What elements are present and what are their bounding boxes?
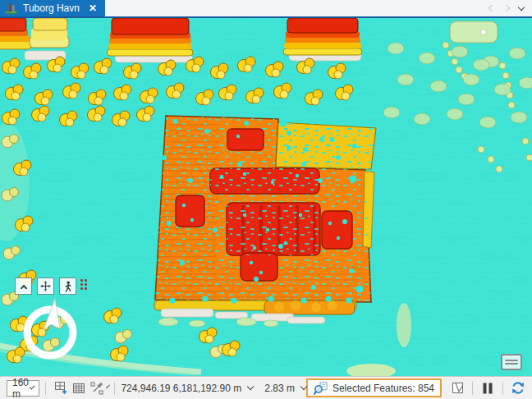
divider <box>472 382 473 395</box>
refresh-icon <box>511 382 525 394</box>
tab-menu-button[interactable] <box>518 4 525 11</box>
arcgis-scene-window: Tuborg Havn ✕ <box>0 0 532 399</box>
refresh-view-button[interactable] <box>509 380 527 397</box>
coordinates-display: 724,946.19 6,181,192.90 m <box>121 383 241 394</box>
pause-drawing-button[interactable] <box>479 380 497 397</box>
chevron-up-icon <box>20 284 26 291</box>
divider <box>114 382 115 395</box>
polygon-select-icon <box>452 382 464 394</box>
floating-panel-button[interactable] <box>501 354 522 370</box>
pan-arrows-icon <box>40 281 51 291</box>
coordinates-options-chevron[interactable] <box>248 387 253 389</box>
close-icon[interactable]: ✕ <box>89 3 97 13</box>
add-grid-button[interactable] <box>52 380 70 397</box>
panel-line-icon <box>505 363 518 365</box>
central-building-roof <box>155 116 376 302</box>
status-bar: 160 m <box>0 376 532 399</box>
divider <box>502 382 503 395</box>
tab-label: Tuborg Havn <box>23 2 80 14</box>
selected-features-indicator[interactable]: Selected Features: 854 <box>306 378 442 397</box>
grid-plus-icon <box>54 381 67 395</box>
navigator-expand-button[interactable] <box>15 277 32 295</box>
north-buildings <box>0 18 362 62</box>
view-tab-bar: Tuborg Havn ✕ <box>0 0 532 18</box>
map-view[interactable] <box>0 18 532 376</box>
scale-combobox[interactable]: 160 m <box>7 380 39 397</box>
grid-button[interactable] <box>70 380 88 397</box>
pan-mode-button[interactable] <box>37 277 54 295</box>
divider <box>45 382 46 395</box>
snapping-button[interactable] <box>88 380 106 397</box>
selected-features-label: Selected Features: 854 <box>332 383 434 394</box>
tab-scroll-right-button[interactable] <box>503 5 510 11</box>
walk-navigation-button[interactable] <box>59 277 76 295</box>
tab-tuborg-havn[interactable]: Tuborg Havn ✕ <box>0 0 105 16</box>
scene-icon <box>5 2 17 14</box>
pause-icon <box>483 383 493 394</box>
point-cloud-scene <box>0 18 532 376</box>
panel-line-icon <box>505 360 518 361</box>
tab-scroll-left-button[interactable] <box>488 5 495 11</box>
elevation-display: 2.83 m <box>264 383 295 394</box>
walking-person-icon <box>63 281 73 292</box>
snapping-options-chevron[interactable] <box>106 384 110 388</box>
select-by-polygon-button[interactable] <box>448 380 466 397</box>
snapping-icon <box>90 382 103 395</box>
navigator-grip-dots <box>80 279 88 291</box>
scale-value: 160 m <box>12 377 30 399</box>
navigator-controls <box>15 277 76 295</box>
select-features-icon <box>314 382 328 395</box>
tab-strip-empty <box>105 0 489 16</box>
grid-icon <box>72 382 85 395</box>
